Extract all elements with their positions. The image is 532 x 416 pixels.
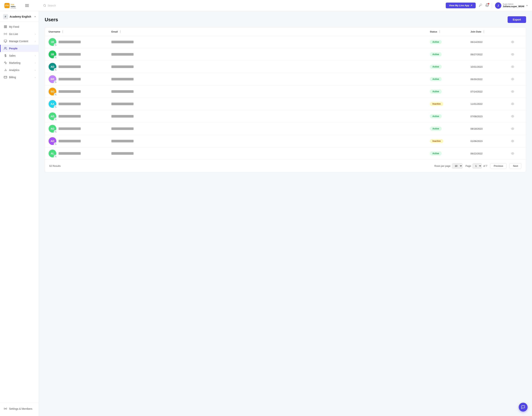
view-user-button[interactable] [511, 102, 514, 105]
logo-area: FH FAN HERO ACADEMY [4, 2, 43, 9]
user-cell: 2B 🔍 [48, 50, 111, 58]
status-cell: Inactive [430, 102, 470, 106]
sidebar-item-manage-content[interactable]: Manage Content › [0, 38, 38, 45]
avatar-initials: AD [51, 65, 54, 68]
user-cell: AL 🔍 [48, 149, 111, 157]
user-role-label: Super Admin [503, 3, 524, 5]
avatar-initials: 1B [51, 40, 54, 43]
sidebar-item-go-live[interactable]: Go Live › [0, 30, 38, 38]
view-user-button[interactable] [511, 78, 514, 81]
col-label-join-date: Join Date [470, 30, 481, 33]
external-link-icon: ↗ [470, 4, 472, 7]
view-user-button[interactable] [511, 40, 514, 43]
svg-rect-8 [6, 26, 7, 26]
eye-icon [511, 115, 514, 118]
user-menu-chevron: ▾ [526, 4, 528, 7]
svg-point-28 [512, 104, 513, 104]
content-icon [3, 40, 7, 43]
join-date-cell: 08/18/2023 [470, 127, 511, 130]
actions-cell [511, 90, 522, 93]
view-user-button[interactable] [511, 115, 514, 118]
next-button[interactable]: Next [509, 163, 522, 169]
nav-arrow-icon: › [35, 33, 36, 35]
status-cell: Active [430, 65, 470, 69]
search-placeholder[interactable]: Search [48, 4, 56, 7]
svg-rect-20 [4, 76, 7, 78]
sidebar-item-marketing[interactable]: Marketing › [0, 59, 38, 66]
people-icon [3, 47, 7, 50]
sidebar-item-my-feed[interactable]: My Feed [0, 23, 38, 30]
page-select[interactable]: 1 2 3 4 5 6 7 [473, 163, 482, 168]
col-menu-status[interactable]: ⋮ [438, 30, 441, 33]
col-label-username: Username [48, 30, 60, 33]
table-row: 2B 🔍 Active 06/27/2022 [45, 48, 526, 61]
next-label: Next [513, 165, 518, 167]
sidebar-brand[interactable]: F Academy English ▾ [0, 11, 38, 22]
previous-button[interactable]: Previous [490, 163, 507, 169]
main-layout: F Academy English ▾ My Feed Go Live › [0, 11, 532, 416]
user-menu[interactable]: J Super Admin Juliana.super_WUHI ▾ [495, 2, 528, 9]
status-cell: Active [430, 52, 470, 56]
username-redacted [58, 103, 81, 105]
status-badge: Active [430, 151, 442, 156]
brand-icon-letter: F [5, 15, 6, 18]
view-live-button[interactable]: View My Live App ↗ [446, 3, 476, 8]
view-user-button[interactable] [511, 152, 514, 155]
export-button[interactable]: Export [508, 16, 526, 23]
col-header-username: Username ⋮ [48, 30, 111, 33]
users-table-card: Username ⋮ Email ⋮ Status ⋮ Join Date ⋮ [45, 27, 526, 172]
svg-point-31 [512, 141, 513, 141]
status-badge: Active [430, 127, 442, 131]
table-row: AD 🔍 Inactive 01/06/2023 [45, 135, 526, 147]
join-date-cell: 11/01/2022 [470, 103, 511, 105]
eye-icon [511, 40, 514, 43]
view-user-button[interactable] [511, 53, 514, 56]
view-user-button[interactable] [511, 127, 514, 130]
svg-point-27 [512, 91, 513, 92]
svg-text:FH: FH [5, 4, 9, 7]
sidebar-item-sales[interactable]: Sales › [0, 52, 38, 59]
sidebar-item-label: Go Live [9, 32, 18, 36]
col-header-join-date: Join Date ⋮ [470, 30, 511, 33]
notifications-button[interactable] [485, 3, 489, 8]
status-cell: Active [430, 40, 470, 44]
wand-icon-button[interactable] [479, 3, 482, 8]
col-menu-join-date[interactable]: ⋮ [483, 30, 485, 33]
email-cell [111, 152, 430, 155]
brand-icon: F [3, 14, 8, 19]
eye-icon [511, 78, 514, 81]
email-redacted [111, 41, 133, 43]
status-badge: Inactive [430, 102, 443, 106]
sidebar-item-billing[interactable]: Billing › [0, 74, 38, 81]
avatar-initials: 2B [51, 53, 54, 56]
brand-name-label: Academy English [10, 15, 33, 18]
sidebar-item-label: My Feed [9, 25, 19, 28]
status-badge: Active [430, 77, 442, 81]
svg-rect-9 [4, 27, 5, 28]
view-user-button[interactable] [511, 90, 514, 93]
user-cell: AD 🔍 [48, 63, 111, 71]
analytics-icon [3, 69, 7, 71]
col-menu-username[interactable]: ⋮ [61, 30, 64, 33]
svg-rect-12 [4, 40, 7, 42]
view-user-button[interactable] [511, 65, 514, 68]
sidebar-item-label: Sales [9, 54, 16, 57]
topnav-right: View My Live App ↗ J Super Admin Juliana… [446, 2, 528, 9]
sidebar-item-settings[interactable]: Settings & Members [3, 405, 36, 412]
col-menu-email[interactable]: ⋮ [119, 30, 122, 33]
actions-cell [511, 40, 522, 43]
sidebar-item-analytics[interactable]: Analytics › [0, 66, 38, 74]
email-redacted [111, 65, 133, 68]
email-redacted [111, 140, 133, 142]
join-date-cell: 10/31/2023 [470, 65, 511, 68]
hamburger-menu[interactable] [25, 4, 29, 7]
svg-text:HERO: HERO [11, 6, 16, 8]
svg-point-32 [512, 153, 513, 154]
table-row: AD 🔍 Active 08/18/2023 [45, 123, 526, 135]
sidebar-item-people[interactable]: People [0, 45, 38, 52]
chat-support-button[interactable] [519, 403, 528, 412]
view-user-button[interactable] [511, 139, 514, 143]
avatar-badge: 🔍 [54, 142, 57, 145]
rows-per-page-select[interactable]: 10 25 50 [452, 163, 463, 168]
status-badge: Active [430, 65, 442, 69]
